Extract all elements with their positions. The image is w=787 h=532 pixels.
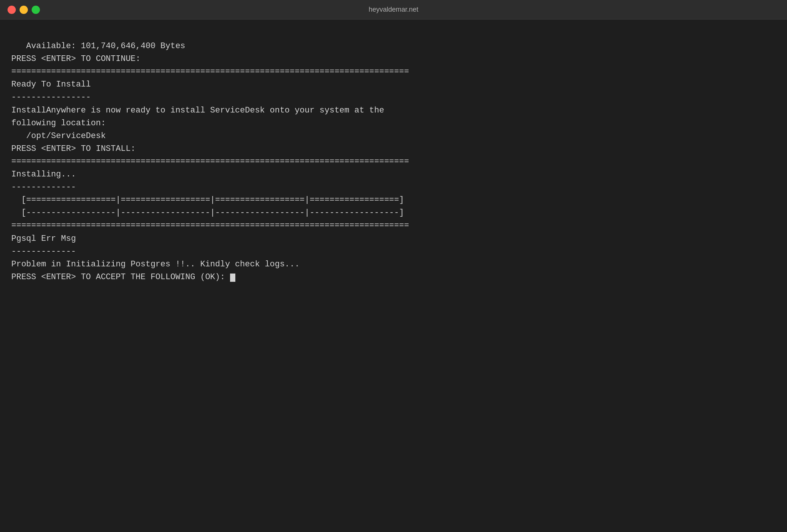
terminal-line: ------------- [11, 245, 776, 258]
terminal-line: ========================================… [11, 65, 776, 78]
terminal-line: ---------------- [11, 91, 776, 104]
terminal-line: ========================================… [11, 219, 776, 232]
terminal-line: following location: [11, 117, 776, 130]
terminal-line: ------------- [11, 181, 776, 194]
terminal-line: /opt/ServiceDesk [11, 130, 776, 143]
minimize-button[interactable] [20, 6, 28, 14]
terminal-line: [==================|==================|=… [11, 194, 776, 207]
cursor [230, 274, 235, 282]
terminal-line: Installing... [11, 168, 776, 181]
title-bar: heyvaldemar.net [0, 0, 787, 20]
terminal-line: [------------------|------------------|-… [11, 207, 776, 219]
window-title: heyvaldemar.net [369, 6, 418, 14]
maximize-button[interactable] [32, 6, 40, 14]
terminal-line: Ready To Install [11, 78, 776, 91]
terminal-line: PRESS <ENTER> TO CONTINUE: [11, 53, 776, 65]
terminal-line: Problem in Initializing Postgres !!.. Ki… [11, 258, 776, 271]
traffic-lights [8, 6, 40, 14]
terminal-line: InstallAnywhere is now ready to install … [11, 104, 776, 117]
terminal-body: Available: 101,740,646,400 BytesPRESS <E… [0, 20, 787, 291]
terminal-line: PRESS <ENTER> TO ACCEPT THE FOLLOWING (O… [11, 271, 776, 284]
close-button[interactable] [8, 6, 16, 14]
terminal-line: Pgsql Err Msg [11, 233, 776, 245]
terminal-line: ========================================… [11, 155, 776, 168]
terminal-line: Available: 101,740,646,400 Bytes [11, 40, 776, 53]
terminal-line: PRESS <ENTER> TO INSTALL: [11, 143, 776, 155]
